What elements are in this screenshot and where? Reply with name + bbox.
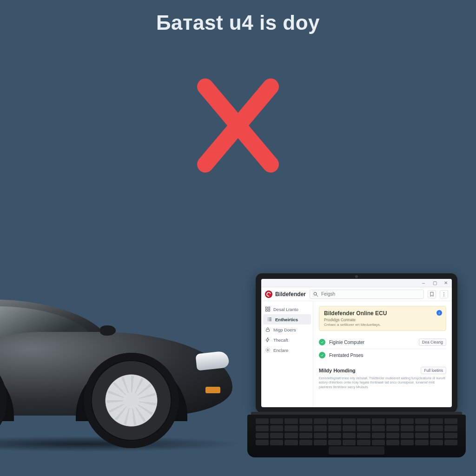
trackpad xyxy=(329,446,384,455)
svg-rect-8 xyxy=(268,307,270,309)
status-label: Figinie Computer xyxy=(329,340,364,345)
app-topbar: Bildefender xyxy=(261,287,452,301)
svg-line-3 xyxy=(317,295,318,296)
alert-banner: Bildefender Online ECU Prodidgs Connate … xyxy=(319,306,446,331)
checklist-icon xyxy=(267,317,272,322)
svg-rect-10 xyxy=(268,310,270,311)
sidebar-item-label: Migp Doers xyxy=(273,327,296,332)
window-minimize-button[interactable]: – xyxy=(420,280,427,285)
search-icon xyxy=(313,291,318,297)
bookmark-button[interactable] xyxy=(428,290,436,298)
app-window: – ▢ ✕ Bildefender xyxy=(261,279,452,407)
status-label: Frentated Pnses xyxy=(329,353,363,358)
svg-rect-11 xyxy=(266,330,270,332)
sidebar-item-label: Entheirtics xyxy=(275,317,298,322)
sidebar-item-overview[interactable]: Desal Lranto xyxy=(261,304,313,314)
search-box[interactable] xyxy=(310,290,424,299)
sidebar: Desal Lranto Entheirtics Migp Doers xyxy=(261,301,313,407)
x-mark-icon xyxy=(187,74,289,177)
dashboard-icon xyxy=(265,306,271,312)
webcam-icon xyxy=(355,275,358,278)
laptop-base xyxy=(247,415,466,457)
banner-title: Bildefender Online ECU xyxy=(324,310,441,317)
menu-button[interactable] xyxy=(440,290,448,298)
sidebar-item-label: Thecaft xyxy=(273,337,288,343)
keyboard xyxy=(256,418,457,445)
lock-icon xyxy=(265,327,271,332)
window-maximize-button[interactable]: ▢ xyxy=(431,280,438,285)
window-titlebar: – ▢ ✕ xyxy=(261,279,452,287)
sidebar-item-label: Desal Lranto xyxy=(273,307,298,312)
banner-subtitle: Prodidgs Connate xyxy=(324,317,441,322)
sidebar-item-privacy[interactable]: Migp Doers xyxy=(261,324,313,335)
svg-rect-9 xyxy=(266,310,268,311)
brand-logo-icon xyxy=(265,291,272,298)
svg-rect-7 xyxy=(266,307,268,309)
sidebar-item-protection[interactable]: Entheirtics xyxy=(263,314,311,324)
gear-icon xyxy=(265,347,271,353)
laptop: – ▢ ✕ Bildefender xyxy=(247,273,466,459)
sidebar-item-utilities[interactable]: Thecaft xyxy=(261,335,313,345)
window-close-button[interactable]: ✕ xyxy=(443,280,449,285)
status-list: Figinie Computer Dea Cieang Frentated Pn… xyxy=(319,336,446,361)
search-input[interactable] xyxy=(321,291,421,297)
svg-point-4 xyxy=(443,292,444,293)
status-row: Frentated Pnses xyxy=(319,349,446,361)
svg-point-6 xyxy=(443,295,444,296)
info-icon[interactable]: i xyxy=(436,310,442,316)
svg-point-2 xyxy=(314,292,317,295)
check-icon xyxy=(319,352,325,358)
car-illustration xyxy=(0,271,232,448)
brand: Bildefender xyxy=(265,291,306,298)
kebab-icon xyxy=(441,291,447,297)
sidebar-item-label: Enclare xyxy=(273,348,288,353)
sidebar-item-settings[interactable]: Enclare xyxy=(261,345,313,355)
section-paragraph: Eenbdethighatt tmee nrly deriulall, Thil… xyxy=(319,376,446,389)
check-icon xyxy=(319,339,325,345)
lightning-icon xyxy=(265,337,271,343)
page-headline: Батast u4 is doy xyxy=(0,11,476,34)
section-header: Mildy Homding Full loetins xyxy=(319,367,446,374)
status-action-button[interactable]: Dea Cieang xyxy=(419,338,446,346)
section-heading: Mildy Homding xyxy=(319,368,356,373)
section-action-button[interactable]: Full loetins xyxy=(421,367,446,374)
brand-name: Bildefender xyxy=(275,291,306,298)
bookmark-icon xyxy=(429,291,435,297)
banner-description: Cnharc a setlliorer ert Meduettays. xyxy=(324,323,441,327)
status-row: Figinie Computer Dea Cieang xyxy=(319,336,446,349)
svg-point-5 xyxy=(443,294,444,295)
svg-point-12 xyxy=(267,350,269,351)
main-panel: Bildefender Online ECU Prodidgs Connate … xyxy=(313,301,452,407)
